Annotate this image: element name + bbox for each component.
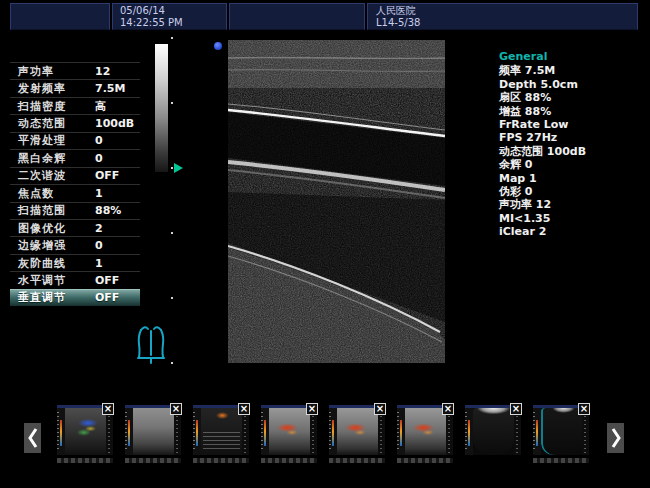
thumbnail-close-button[interactable]: × (238, 403, 250, 415)
chevron-left-icon (27, 426, 39, 450)
param-label: 水平调节 (18, 273, 66, 288)
info-line: MI<1.35 (499, 212, 644, 225)
param-row[interactable]: 平滑处理0 (10, 132, 140, 149)
param-row[interactable]: 扫描范围88% (10, 202, 140, 219)
param-row[interactable]: 二次谐波OFF (10, 167, 140, 184)
thumbnail[interactable]: × (465, 405, 521, 455)
param-label: 声功率 (18, 64, 54, 79)
thumbnail-prev-button[interactable] (24, 423, 41, 453)
thumbnail-body (261, 408, 317, 455)
param-row[interactable]: 水平调节OFF (10, 271, 140, 288)
thumbnail-slot: × (397, 405, 453, 463)
param-row[interactable]: 发射频率7.5M (10, 79, 140, 96)
ultrasound-image-render (228, 40, 445, 363)
thumbnail-slot: × (533, 405, 589, 463)
param-row[interactable]: 声功率12 (10, 62, 140, 79)
thumbnail-caption (193, 458, 249, 463)
param-value: 88% (95, 204, 121, 217)
thumbnail-close-button[interactable]: × (170, 403, 182, 415)
thumbnail-image (405, 408, 446, 455)
info-line: Map 1 (499, 172, 644, 185)
param-value: 1 (95, 187, 103, 200)
topbar-hospital-box: 人民医院 L14-5/38 (367, 3, 638, 30)
thumbnail-close-button[interactable]: × (102, 403, 114, 415)
info-line: 动态范围 100dB (499, 145, 644, 158)
thumbnail-close-button[interactable]: × (442, 403, 454, 415)
param-value: 2 (95, 222, 103, 235)
thumbnail[interactable]: × (261, 405, 317, 455)
grayscale-bar (155, 44, 168, 172)
param-row[interactable]: 边缘增强0 (10, 236, 140, 253)
thumbnail[interactable]: × (193, 405, 249, 455)
thumbnail-image (133, 408, 174, 455)
param-label: 二次谐波 (18, 168, 66, 183)
param-label: 动态范围 (18, 116, 66, 131)
info-line: 余辉 0 (499, 158, 644, 171)
param-value: OFF (95, 169, 119, 182)
chevron-right-icon (610, 426, 622, 450)
thumbnail-image (337, 408, 378, 455)
thumbnail-body (125, 408, 181, 455)
info-line: 扇区 88% (499, 91, 644, 104)
param-value: 0 (95, 239, 103, 252)
thumbnail-colorbar (465, 408, 473, 455)
thumbnail[interactable]: × (125, 405, 181, 455)
thumbnail-caption (57, 458, 113, 463)
thumbnail-sidetext (310, 408, 317, 455)
param-label: 扫描密度 (18, 99, 66, 114)
image-info-panel: General 频率 7.5MDepth 5.0cm扇区 88%增益 88%Fr… (499, 50, 644, 239)
thumbnail-next-button[interactable] (607, 423, 624, 453)
param-row[interactable]: 灰阶曲线1 (10, 254, 140, 271)
info-header: General (499, 50, 644, 63)
param-row[interactable]: 扫描密度高 (10, 97, 140, 114)
thumbnail-body (533, 408, 589, 455)
thumbnail[interactable]: × (397, 405, 453, 455)
thumbnail-colorbar (193, 408, 201, 455)
thumbnail-sidetext (582, 408, 589, 455)
thumbnail-close-button[interactable]: × (306, 403, 318, 415)
thumbnail-image (269, 408, 310, 455)
param-value: 高 (95, 99, 106, 114)
param-row[interactable]: 焦点数1 (10, 184, 140, 201)
sidebar-params: 声功率12发射频率7.5M扫描密度高动态范围100dB平滑处理0黑白余辉0二次谐… (10, 62, 140, 306)
thumbnail-close-button[interactable]: × (510, 403, 522, 415)
probe-model-text: L14-5/38 (376, 16, 420, 29)
thumbnail-colorbar (125, 408, 133, 455)
thumbnail-slot: × (261, 405, 317, 463)
thumbnail[interactable]: × (57, 405, 113, 455)
depth-tick (171, 362, 173, 364)
param-row[interactable]: 动态范围100dB (10, 114, 140, 131)
info-line: FPS 27Hz (499, 131, 644, 144)
param-label: 灰阶曲线 (18, 256, 66, 271)
param-row[interactable]: 黑白余辉0 (10, 149, 140, 166)
param-value: 0 (95, 152, 103, 165)
param-value: 7.5M (95, 82, 125, 95)
param-label: 扫描范围 (18, 203, 66, 218)
thumbnail[interactable]: × (329, 405, 385, 455)
thumbnail-slot: × (57, 405, 113, 463)
thumbnail-image (201, 408, 242, 455)
info-line: 增益 88% (499, 105, 644, 118)
param-label: 垂直调节 (18, 290, 66, 305)
thumbnail[interactable]: × (533, 405, 589, 455)
ultrasound-image (228, 40, 445, 363)
thumbnail-close-button[interactable]: × (374, 403, 386, 415)
thumbnail-close-button[interactable]: × (578, 403, 590, 415)
param-row[interactable]: 垂直调节OFF (10, 289, 140, 306)
thumbnail-sidetext (446, 408, 453, 455)
thumbnail-slot: × (465, 405, 521, 455)
info-line: FrRate Low (499, 118, 644, 131)
thumbnail-slot: × (329, 405, 385, 463)
thumbnail-colorbar (533, 408, 541, 455)
param-value: 0 (95, 134, 103, 147)
thumbnail-image (473, 408, 514, 455)
thumbnail-body (397, 408, 453, 455)
info-line: 声功率 12 (499, 198, 644, 211)
param-value: OFF (95, 291, 119, 304)
body-mark-icon (133, 321, 169, 369)
param-label: 焦点数 (18, 186, 54, 201)
depth-tick (171, 232, 173, 234)
info-line: 频率 7.5M (499, 64, 644, 77)
param-value: 100dB (95, 117, 134, 130)
param-row[interactable]: 图像优化2 (10, 219, 140, 236)
